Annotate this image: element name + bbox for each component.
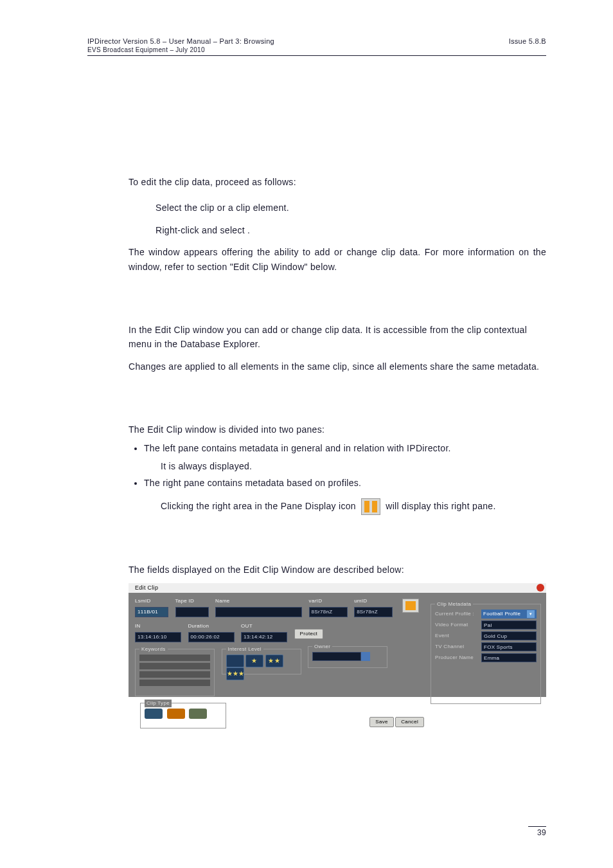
metadata-row: Event Gold Cup (435, 631, 537, 640)
profile-row: Current Profile : Football Profile▾ (435, 610, 537, 619)
in-field: IN 13:14:16:10 (135, 622, 181, 642)
keywords-group: Keywords (135, 649, 215, 696)
lsmid-input[interactable]: 111B/01 (135, 607, 168, 617)
pane-bullet-right-sub: Clicking the right area in the Pane Disp… (161, 498, 546, 515)
lsmid-field: LsmID 111B/01 (135, 597, 168, 617)
profile-select[interactable]: Football Profile▾ (481, 610, 537, 619)
right-pane: Clip Metadata Current Profile : Football… (431, 597, 540, 704)
edit-clip-intro: In the Edit Clip window you can add or c… (129, 323, 546, 352)
fields-intro: The fields displayed on the Edit Clip Wi… (129, 563, 546, 577)
metadata-value-input[interactable]: Gold Cup (481, 631, 537, 640)
clip-type-tag[interactable] (189, 709, 207, 719)
metadata-row: TV Channel FOX Sports (435, 642, 537, 651)
duration-field: Duration 00:00:26:02 (188, 622, 235, 642)
panes-intro: The Edit Clip window is divided into two… (129, 422, 546, 437)
varid-input[interactable]: 8Sr78nZ (309, 607, 348, 617)
page-body: To edit the clip data, proceed as follow… (129, 175, 546, 697)
in-input[interactable]: 13:14:16:10 (135, 632, 181, 642)
keyword-input[interactable] (139, 663, 210, 669)
keyword-input[interactable] (139, 671, 210, 678)
metadata-value-input[interactable]: Pal (481, 620, 537, 629)
owner-group: Owner (308, 646, 387, 668)
pane-display-icon[interactable] (402, 599, 419, 613)
pane-toggle[interactable] (400, 599, 422, 613)
star-2-button[interactable]: ★★ (265, 655, 283, 667)
page-header: IPDirector Version 5.8 – User Manual – P… (87, 37, 546, 56)
header-subtitle: EVS Broadcast Equipment – July 2010 (87, 46, 274, 55)
window-title-bar: Edit Clip (129, 583, 546, 593)
header-left: IPDirector Version 5.8 – User Manual – P… (87, 37, 274, 54)
window-title: Edit Clip (135, 584, 158, 591)
varid-field: varID 8Sr78nZ (309, 597, 348, 617)
save-button[interactable]: Save (369, 717, 393, 727)
step-2: Right-click and select . (155, 223, 546, 237)
intro-text: To edit the clip data, proceed as follow… (129, 175, 546, 189)
metadata-value-input[interactable]: Emma (481, 653, 537, 662)
step-1: Select the clip or a clip element. (155, 201, 546, 215)
window-appear-text: The window appears offering the ability … (129, 245, 546, 274)
keyword-input[interactable] (139, 680, 210, 686)
pane-bullet-right: The right pane contains metadata based o… (144, 476, 546, 514)
out-field: OUT 13:14:42:12 (241, 622, 287, 642)
chevron-down-icon[interactable] (361, 652, 370, 661)
save-cancel-row: Save Cancel (369, 717, 424, 727)
name-input[interactable] (215, 607, 302, 617)
page-number: 39 (528, 826, 546, 837)
metadata-value-input[interactable]: FOX Sports (481, 642, 537, 651)
left-pane: LsmID 111B/01 Tape ID Name varID 8Sr78nZ… (135, 597, 424, 728)
star-3-button[interactable]: ★★★ (226, 667, 244, 680)
owner-select[interactable] (312, 652, 361, 661)
metadata-row: Video Format Pal (435, 620, 537, 629)
panes-list: The left pane contains metadata in gener… (144, 441, 546, 515)
pane-bullet-left: The left pane contains metadata in gener… (144, 441, 546, 474)
duration-input[interactable]: 00:00:26:02 (188, 632, 235, 642)
protect-field: Protect (294, 622, 325, 639)
star-none-button[interactable] (226, 655, 244, 667)
tapeid-field: Tape ID (175, 597, 209, 617)
clip-type-tag[interactable] (167, 709, 185, 719)
clip-type-group: Clip Type (140, 703, 226, 728)
keyword-input[interactable] (139, 655, 210, 661)
pane-bullet-left-sub: It is always displayed. (161, 459, 546, 473)
tapeid-input[interactable] (175, 607, 209, 617)
clip-metadata-group: Clip Metadata Current Profile : Football… (431, 604, 541, 704)
edit-clip-window: Edit Clip LsmID 111B/01 Tape ID Name (129, 583, 546, 697)
pane-display-icon (361, 498, 380, 515)
header-issue: Issue 5.8.B (509, 37, 546, 54)
star-1-button[interactable]: ★ (245, 655, 263, 667)
protect-button[interactable]: Protect (294, 629, 323, 639)
umid-input[interactable]: 8Sr78nZ (354, 607, 393, 617)
umid-field: umID 8Sr78nZ (354, 597, 393, 617)
name-field: Name (215, 597, 302, 617)
changes-applied-text: Changes are applied to all elements in t… (129, 359, 546, 374)
out-input[interactable]: 13:14:42:12 (241, 632, 287, 642)
cancel-button[interactable]: Cancel (395, 717, 424, 727)
interest-level-group: Interest Level ★ ★★ ★★★ (222, 649, 301, 674)
clip-type-tag[interactable] (145, 709, 163, 719)
metadata-row: Producer Name Emma (435, 653, 537, 662)
header-title: IPDirector Version 5.8 – User Manual – P… (87, 37, 274, 46)
chevron-down-icon[interactable]: ▾ (527, 610, 535, 618)
close-icon[interactable] (537, 584, 544, 592)
